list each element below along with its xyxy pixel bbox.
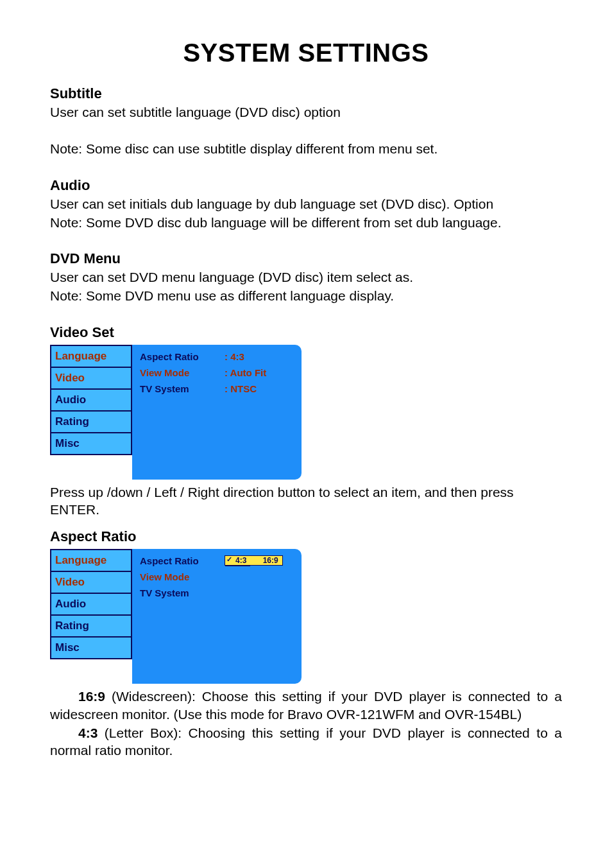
subtitle-note: Note: Some disc can use subtitle display… [50, 140, 562, 157]
audio-desc: User can set initials dub language by du… [50, 195, 562, 213]
aspect-p2-bold: 4:3 [78, 725, 98, 740]
row-aspect-ratio[interactable]: Aspect Ratio 4:3 16:9 [140, 555, 295, 566]
row-aspect-ratio[interactable]: Aspect Ratio : 4:3 [140, 351, 295, 362]
aspect-p2: 4:3 (Letter Box): Choosing this setting … [50, 724, 562, 759]
dvdmenu-note: Note: Some DVD menu use as different lan… [50, 287, 562, 304]
videoset-heading: Video Set [50, 324, 562, 341]
aspect-ratio-dropdown[interactable]: 4:3 16:9 [225, 555, 283, 566]
row-view-mode[interactable]: View Mode : Auto Fit [140, 367, 295, 378]
aspect-p1-rest: (Widescreen): Choose this setting if you… [50, 689, 562, 721]
subtitle-heading: Subtitle [50, 85, 562, 102]
tab-video[interactable]: Video [50, 572, 132, 594]
aspect-p1: 16:9 (Widescreen): Choose this setting i… [50, 688, 562, 723]
aspect-heading: Aspect Ratio [50, 528, 562, 545]
row-view-mode[interactable]: View Mode [140, 571, 295, 582]
menu-panel: Aspect Ratio 4:3 16:9 View Mode TV Syste… [132, 549, 302, 684]
aspect-menu: Language Video Audio Rating Misc Aspect … [50, 549, 302, 684]
dvdmenu-heading: DVD Menu [50, 250, 562, 267]
tab-audio[interactable]: Audio [50, 594, 132, 616]
aspect-p2-rest: (Letter Box): Choosing this setting if y… [50, 725, 562, 758]
menu-tabs: Language Video Audio Rating Misc [50, 345, 132, 480]
row-tv-system[interactable]: TV System [140, 587, 295, 598]
row-value: : NTSC [225, 383, 257, 394]
row-value: : 4:3 [225, 351, 244, 362]
row-label: View Mode [140, 571, 225, 582]
tab-rating[interactable]: Rating [50, 412, 132, 433]
tab-audio[interactable]: Audio [50, 390, 132, 412]
menu-panel: Aspect Ratio : 4:3 View Mode : Auto Fit … [132, 345, 302, 480]
row-label: TV System [140, 383, 225, 394]
tab-misc[interactable]: Misc [50, 433, 132, 455]
audio-heading: Audio [50, 177, 562, 194]
videoset-menu: Language Video Audio Rating Misc Aspect … [50, 345, 302, 480]
row-label: TV System [140, 587, 225, 598]
row-label: Aspect Ratio [140, 555, 225, 566]
row-value: : Auto Fit [225, 367, 266, 378]
subtitle-desc: User can set subtitle language (DVD disc… [50, 103, 562, 121]
tab-rating[interactable]: Rating [50, 616, 132, 638]
option-4-3[interactable]: 4:3 [225, 555, 250, 566]
page-title: SYSTEM SETTINGS [50, 39, 562, 67]
menu-tabs: Language Video Audio Rating Misc [50, 549, 132, 684]
tab-language[interactable]: Language [50, 345, 132, 368]
tab-language[interactable]: Language [50, 549, 132, 572]
option-16-9[interactable]: 16:9 [253, 555, 282, 566]
tab-misc[interactable]: Misc [50, 638, 132, 659]
row-label: Aspect Ratio [140, 351, 225, 362]
tab-video[interactable]: Video [50, 368, 132, 390]
row-tv-system[interactable]: TV System : NTSC [140, 383, 295, 394]
row-label: View Mode [140, 367, 225, 378]
videoset-after: Press up /down / Left / Right direction … [50, 483, 562, 519]
audio-note: Note: Some DVD disc dub language will be… [50, 214, 562, 231]
aspect-p1-bold: 16:9 [78, 689, 105, 704]
dvdmenu-desc: User can set DVD menu language (DVD disc… [50, 268, 562, 286]
